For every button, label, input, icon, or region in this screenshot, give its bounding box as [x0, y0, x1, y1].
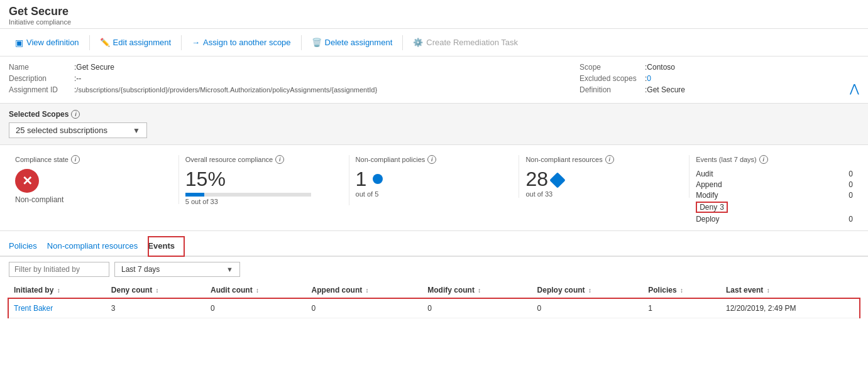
- compliance-state-info-icon[interactable]: i: [71, 155, 80, 164]
- non-compliant-resources-title: Non-compliant resources i: [525, 155, 683, 164]
- toolbar-separator-2: [181, 35, 182, 50]
- modify-event-row: Modify 0: [696, 190, 853, 200]
- append-label: Append: [696, 180, 722, 189]
- sort-audit-count-icon[interactable]: ↕: [256, 287, 259, 294]
- toolbar-separator-3: [301, 35, 302, 50]
- excluded-scopes-label: Excluded scopes: [580, 74, 642, 83]
- modify-label: Modify: [696, 191, 718, 200]
- date-range-value: Last 7 days: [121, 265, 160, 274]
- toolbar-separator-1: [89, 35, 90, 50]
- table-header: Initiated by ↕ Deny count ↕ Audit count …: [9, 282, 859, 299]
- view-definition-label: View definition: [26, 38, 79, 47]
- delete-assignment-label: Delete assignment: [325, 38, 393, 47]
- compliance-state-value: Non-compliant: [15, 195, 172, 204]
- toolbar: ▣ View definition ✏️ Edit assignment → A…: [0, 29, 868, 57]
- policy-icon: [373, 174, 383, 184]
- table-section: Initiated by ↕ Deny count ↕ Audit count …: [0, 282, 868, 318]
- name-row: Name : Get Secure: [9, 63, 567, 72]
- sort-policies-icon[interactable]: ↕: [680, 287, 683, 294]
- non-compliant-resources-block: Non-compliant resources i 28 out of 33: [519, 155, 689, 198]
- cell-audit-count: 0: [206, 299, 307, 318]
- delete-icon: 🗑️: [312, 38, 322, 47]
- metadata-right: Scope : Contoso Excluded scopes : 0 Defi…: [580, 63, 831, 97]
- filter-row: Last 7 days ▼: [0, 257, 868, 282]
- tab-events[interactable]: Events: [148, 236, 185, 257]
- sort-append-count-icon[interactable]: ↕: [366, 287, 369, 294]
- non-compliant-icon: ✕: [15, 169, 39, 193]
- overall-resource-info-icon[interactable]: i: [275, 155, 284, 164]
- ncr-info-icon[interactable]: i: [605, 155, 614, 164]
- scope-row: Scope : Contoso: [580, 63, 831, 72]
- table-body: Trent Baker 3 0 0 0 0 1 12/20/2019, 2:49…: [9, 299, 859, 318]
- cell-policies: 1: [643, 299, 721, 318]
- stats-section: Compliance state i ✕ Non-compliant Overa…: [0, 145, 868, 231]
- deny-value: 3: [720, 203, 724, 212]
- definition-row: Definition : Get Secure: [580, 85, 831, 94]
- filter-initiated-by-input[interactable]: [9, 262, 109, 277]
- th-modify-count: Modify count ↕: [422, 282, 532, 299]
- scopes-dropdown[interactable]: 25 selected subscriptions ▼: [9, 122, 147, 138]
- progress-bar-fill: [185, 193, 204, 197]
- metadata-left: Name : Get Secure Description : -- Assig…: [9, 63, 567, 97]
- assign-scope-button[interactable]: → Assign to another scope: [183, 29, 299, 56]
- progress-bar-container: [185, 193, 311, 197]
- th-deny-count: Deny count ↕: [106, 282, 206, 299]
- assignment-id-label: Assignment ID: [9, 85, 72, 94]
- scopes-label: Selected Scopes i: [9, 110, 859, 119]
- th-append-count: Append count ↕: [307, 282, 423, 299]
- events-grid: Audit 0 Append 0 Modify 0 Deny 3 Deploy …: [696, 169, 853, 224]
- remediation-icon: ⚙️: [413, 38, 423, 47]
- excluded-scopes-value[interactable]: 0: [647, 74, 651, 83]
- cell-modify-count: 0: [422, 299, 532, 318]
- create-remediation-label: Create Remediation Task: [426, 38, 518, 47]
- description-value: --: [76, 74, 81, 83]
- delete-assignment-button[interactable]: 🗑️ Delete assignment: [303, 29, 402, 56]
- events-block: Events (last 7 days) i Audit 0 Append 0 …: [689, 155, 859, 224]
- sort-deploy-count-icon[interactable]: ↕: [588, 287, 591, 294]
- compliance-state-block: Compliance state i ✕ Non-compliant: [9, 155, 179, 204]
- sort-modify-count-icon[interactable]: ↕: [478, 287, 481, 294]
- edit-assignment-button[interactable]: ✏️ Edit assignment: [91, 29, 180, 56]
- definition-label: Definition: [580, 85, 642, 94]
- table-row: Trent Baker 3 0 0 0 0 1 12/20/2019, 2:49…: [9, 299, 859, 318]
- toolbar-separator-4: [402, 35, 403, 50]
- create-remediation-button[interactable]: ⚙️ Create Remediation Task: [404, 29, 527, 56]
- sort-last-event-icon[interactable]: ↕: [767, 287, 770, 294]
- assign-scope-label: Assign to another scope: [203, 38, 290, 47]
- definition-value: Get Secure: [647, 85, 685, 94]
- edit-assignment-label: Edit assignment: [113, 38, 172, 47]
- tab-non-compliant-resources[interactable]: Non-compliant resources: [47, 236, 148, 257]
- events-info-icon[interactable]: i: [759, 155, 768, 164]
- name-value: Get Secure: [76, 63, 114, 72]
- cell-initiated-by: Trent Baker: [9, 299, 106, 318]
- scopes-info-icon[interactable]: i: [71, 110, 80, 119]
- events-title: Events (last 7 days) i: [696, 155, 853, 164]
- metadata-section: Name : Get Secure Description : -- Assig…: [0, 57, 868, 104]
- deploy-label: Deploy: [696, 215, 719, 224]
- deny-label: Deny: [700, 203, 717, 212]
- page-header: Get Secure Initiative compliance: [0, 0, 868, 29]
- sort-deny-count-icon[interactable]: ↕: [155, 287, 158, 294]
- name-label: Name: [9, 63, 72, 72]
- assign-scope-icon: →: [192, 38, 200, 47]
- view-definition-button[interactable]: ▣ View definition: [6, 29, 88, 56]
- deploy-value: 0: [849, 215, 853, 224]
- deny-event-row: Deny 3: [696, 201, 853, 213]
- scopes-section: Selected Scopes i 25 selected subscripti…: [0, 104, 868, 145]
- append-event-row: Append 0: [696, 180, 853, 190]
- cell-deny-count: 3: [106, 299, 206, 318]
- sort-initiated-by-icon[interactable]: ↕: [57, 287, 60, 294]
- audit-event-row: Audit 0: [696, 169, 853, 179]
- ncp-info-icon[interactable]: i: [427, 155, 436, 164]
- overall-percent: 15%: [185, 169, 343, 189]
- overall-detail: 5 out of 33: [185, 198, 343, 205]
- date-range-dropdown[interactable]: Last 7 days ▼: [114, 262, 240, 277]
- non-compliant-policies-block: Non-compliant policies i 1 out of 5: [349, 155, 520, 198]
- scope-label: Scope: [580, 63, 642, 72]
- initiated-by-link[interactable]: Trent Baker: [14, 304, 53, 313]
- th-deploy-count: Deploy count ↕: [532, 282, 644, 299]
- resource-icon: [549, 172, 565, 188]
- scopes-selected-value: 25 selected subscriptions: [16, 126, 107, 135]
- tab-policies[interactable]: Policies: [9, 236, 47, 257]
- collapse-button[interactable]: ⋀: [850, 80, 859, 97]
